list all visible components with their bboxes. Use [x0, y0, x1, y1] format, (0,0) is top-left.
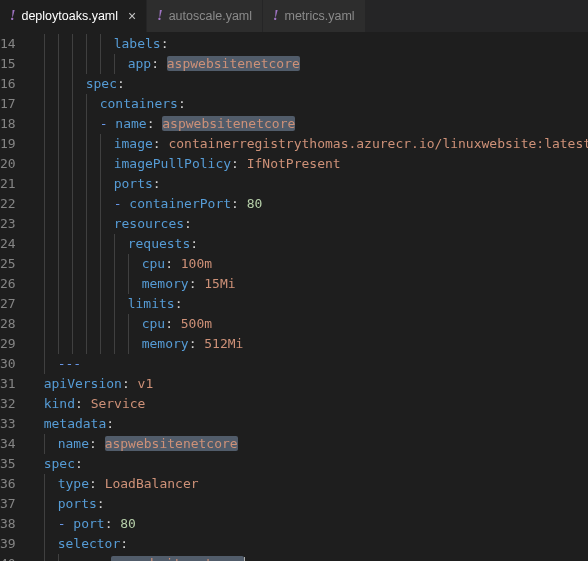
- text-cursor: [244, 557, 246, 562]
- yaml-key: limits: [128, 296, 175, 311]
- indent-guide: [44, 334, 45, 354]
- code-line[interactable]: cpu: 100m: [30, 254, 588, 274]
- indent-guide: [100, 194, 101, 214]
- yaml-file-icon: !: [157, 8, 162, 24]
- indent-guide: [72, 154, 73, 174]
- yaml-file-icon: !: [273, 8, 278, 24]
- indent-guide: [72, 334, 73, 354]
- code-line[interactable]: ---: [30, 354, 588, 374]
- close-icon[interactable]: ×: [128, 9, 136, 23]
- indent-guide: [58, 94, 59, 114]
- line-number: 19: [0, 134, 30, 154]
- indent-guide: [100, 154, 101, 174]
- line-number: 34: [0, 434, 30, 454]
- code-line[interactable]: app: aspwebsitenetcore: [30, 54, 588, 74]
- yaml-key: app: [72, 556, 95, 561]
- indent-guide: [72, 94, 73, 114]
- yaml-string: 15Mi: [204, 276, 235, 291]
- line-number: 15: [0, 54, 30, 74]
- indent-guide: [44, 354, 45, 374]
- indent-guide: [58, 74, 59, 94]
- yaml-token: :: [89, 436, 105, 451]
- indent-guide: [114, 314, 115, 334]
- line-number: 39: [0, 534, 30, 554]
- indent-guide: [44, 494, 45, 514]
- yaml-token: :: [75, 396, 91, 411]
- code-line[interactable]: type: LoadBalancer: [30, 474, 588, 494]
- yaml-key: spec: [86, 76, 117, 91]
- line-number: 24: [0, 234, 30, 254]
- code-line[interactable]: - port: 80: [30, 514, 588, 534]
- code-line[interactable]: spec:: [30, 454, 588, 474]
- tab-metrics[interactable]: ! metrics.yaml: [263, 0, 366, 32]
- code-line[interactable]: kind: Service: [30, 394, 588, 414]
- indent-guide: [44, 234, 45, 254]
- code-line[interactable]: imagePullPolicy: IfNotPresent: [30, 154, 588, 174]
- code-line[interactable]: - containerPort: 80: [30, 194, 588, 214]
- code-line[interactable]: spec:: [30, 74, 588, 94]
- code-line[interactable]: containers:: [30, 94, 588, 114]
- line-number: 38: [0, 514, 30, 534]
- indent-guide: [86, 134, 87, 154]
- code-line[interactable]: limits:: [30, 294, 588, 314]
- indent-guide: [58, 194, 59, 214]
- code-line[interactable]: memory: 15Mi: [30, 274, 588, 294]
- code-line[interactable]: selector:: [30, 534, 588, 554]
- indent-guide: [100, 274, 101, 294]
- line-number: 35: [0, 454, 30, 474]
- indent-guide: [72, 34, 73, 54]
- yaml-string: LoadBalancer: [105, 476, 199, 491]
- indent-guide: [44, 534, 45, 554]
- indent-guide: [58, 114, 59, 134]
- yaml-string: aspwebsitenetcore: [105, 436, 238, 451]
- line-number: 18: [0, 114, 30, 134]
- code-line[interactable]: metadata:: [30, 414, 588, 434]
- tab-autoscale[interactable]: ! autoscale.yaml: [147, 0, 263, 32]
- yaml-key: name: [58, 436, 89, 451]
- yaml-string: aspwebsitenetcore: [162, 116, 295, 131]
- code-line[interactable]: apiVersion: v1: [30, 374, 588, 394]
- code-line[interactable]: ports:: [30, 174, 588, 194]
- yaml-key: selector: [58, 536, 121, 551]
- code-line[interactable]: resources:: [30, 214, 588, 234]
- yaml-string: containerregistrythomas.azurecr.io/linux…: [168, 136, 588, 151]
- indent-guide: [86, 334, 87, 354]
- indent-guide: [72, 214, 73, 234]
- indent-guide: [100, 294, 101, 314]
- indent-guide: [58, 134, 59, 154]
- code-line[interactable]: requests:: [30, 234, 588, 254]
- code-line[interactable]: app: aspwebsitenetcore: [30, 554, 588, 561]
- yaml-token: :: [95, 556, 111, 561]
- yaml-token: :: [189, 336, 205, 351]
- code-line[interactable]: - name: aspwebsitenetcore: [30, 114, 588, 134]
- yaml-key: cpu: [142, 256, 165, 271]
- indent-guide: [100, 234, 101, 254]
- code-line[interactable]: name: aspwebsitenetcore: [30, 434, 588, 454]
- indent-guide: [100, 254, 101, 274]
- yaml-token: :: [190, 236, 198, 251]
- yaml-token: :: [89, 476, 105, 491]
- indent-guide: [128, 314, 129, 334]
- editor-area[interactable]: 1415161718192021222324252627282930313233…: [0, 32, 588, 561]
- code-line[interactable]: image: containerregistrythomas.azurecr.i…: [30, 134, 588, 154]
- yaml-key: image: [114, 136, 153, 151]
- yaml-string: Service: [91, 396, 146, 411]
- yaml-dash: -: [100, 116, 116, 131]
- indent-guide: [114, 254, 115, 274]
- code-line[interactable]: labels:: [30, 34, 588, 54]
- code-line[interactable]: ports:: [30, 494, 588, 514]
- tab-bar: ! deploytoaks.yaml × ! autoscale.yaml ! …: [0, 0, 588, 32]
- yaml-token: :: [165, 316, 181, 331]
- indent-guide: [114, 294, 115, 314]
- line-number: 21: [0, 174, 30, 194]
- indent-guide: [44, 294, 45, 314]
- yaml-string: 512Mi: [204, 336, 243, 351]
- indent-guide: [44, 274, 45, 294]
- code-content[interactable]: labels:app: aspwebsitenetcorespec:contai…: [30, 32, 588, 561]
- line-number: 36: [0, 474, 30, 494]
- code-line[interactable]: cpu: 500m: [30, 314, 588, 334]
- indent-guide: [58, 154, 59, 174]
- code-line[interactable]: memory: 512Mi: [30, 334, 588, 354]
- tab-deploytoaks[interactable]: ! deploytoaks.yaml ×: [0, 0, 147, 32]
- yaml-string: 100m: [181, 256, 212, 271]
